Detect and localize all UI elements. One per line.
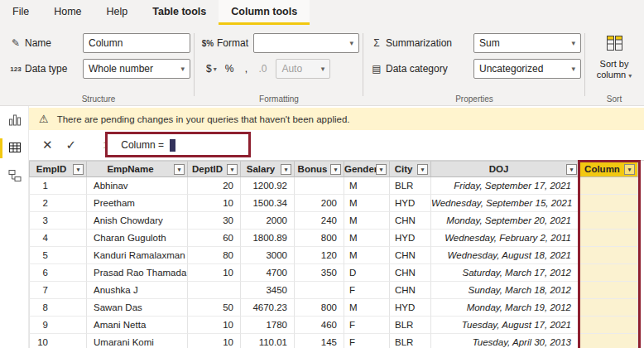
- table-cell[interactable]: M: [344, 212, 390, 230]
- table-cell[interactable]: Tuesday, August 17, 2021: [431, 317, 580, 334]
- table-cell[interactable]: 800: [295, 230, 344, 247]
- data-type-dropdown[interactable]: Whole number ▾: [83, 59, 190, 79]
- commit-formula-icon[interactable]: ✓: [66, 138, 77, 152]
- table-cell[interactable]: [580, 230, 638, 247]
- filter-dropdown-icon[interactable]: ▾: [566, 164, 577, 175]
- table-cell[interactable]: [580, 264, 638, 282]
- table-cell[interactable]: [295, 177, 344, 195]
- table-cell[interactable]: Kanduri Ramalaxman: [87, 247, 188, 264]
- table-cell[interactable]: CHN: [390, 264, 431, 282]
- table-cell[interactable]: Sunday, March 18, 2012: [431, 282, 580, 299]
- filter-dropdown-icon[interactable]: ▾: [330, 164, 341, 175]
- table-cell[interactable]: 1800.89: [241, 230, 295, 247]
- column-name-input[interactable]: Column: [83, 33, 190, 53]
- table-cell[interactable]: [580, 334, 638, 348]
- table-cell[interactable]: [580, 317, 638, 334]
- table-cell[interactable]: 10: [29, 334, 87, 348]
- table-cell[interactable]: 1200.92: [241, 177, 295, 195]
- formula-input[interactable]: Column =: [121, 139, 166, 151]
- table-cell[interactable]: 110.01: [241, 334, 295, 348]
- table-cell[interactable]: Charan Guguloth: [87, 230, 188, 247]
- table-cell[interactable]: 4700: [241, 264, 295, 282]
- table-cell[interactable]: 10: [188, 195, 241, 212]
- table-cell[interactable]: 7: [29, 282, 87, 299]
- table-cell[interactable]: 1500.34: [241, 195, 295, 212]
- table-cell[interactable]: HYD: [390, 299, 431, 317]
- table-cell[interactable]: [188, 282, 241, 299]
- table-cell[interactable]: Anushka J: [87, 282, 188, 299]
- tab-help[interactable]: Help: [94, 0, 141, 25]
- table-cell[interactable]: M: [344, 299, 390, 317]
- table-cell[interactable]: 3: [29, 212, 87, 230]
- table-cell[interactable]: HYD: [390, 195, 431, 212]
- table-cell[interactable]: BLR: [390, 177, 431, 195]
- table-cell[interactable]: BLR: [390, 317, 431, 334]
- table-cell[interactable]: [580, 299, 638, 317]
- table-cell[interactable]: Saturday, March 17, 2012: [431, 264, 580, 282]
- table-cell[interactable]: Monday, September 20, 2021: [431, 212, 580, 230]
- table-cell[interactable]: M: [344, 195, 390, 212]
- column-header-deptid[interactable]: DeptID▾: [188, 161, 241, 177]
- table-cell[interactable]: CHN: [390, 212, 431, 230]
- table-cell[interactable]: HYD: [390, 230, 431, 247]
- report-view-button[interactable]: [0, 106, 29, 134]
- column-header-city[interactable]: City▾: [390, 161, 431, 177]
- tab-file[interactable]: File: [0, 0, 41, 25]
- table-cell[interactable]: 800: [295, 299, 344, 317]
- thousands-separator-button[interactable]: ,: [238, 60, 254, 78]
- table-cell[interactable]: BLR: [390, 334, 431, 348]
- table-cell[interactable]: Sawan Das: [87, 299, 188, 317]
- table-cell[interactable]: 120: [295, 247, 344, 264]
- table-cell[interactable]: Anish Chowdary: [87, 212, 188, 230]
- filter-dropdown-icon[interactable]: ▾: [376, 164, 387, 175]
- table-cell[interactable]: 1: [29, 177, 87, 195]
- table-cell[interactable]: [295, 282, 344, 299]
- filter-dropdown-icon[interactable]: ▾: [417, 164, 428, 175]
- table-cell[interactable]: 6: [29, 264, 87, 282]
- column-header-bonus[interactable]: Bonus▾: [295, 161, 344, 177]
- table-cell[interactable]: 8: [29, 299, 87, 317]
- table-cell[interactable]: Wednesday, September 15, 2021: [431, 195, 580, 212]
- summarization-dropdown[interactable]: Sum ▾: [473, 33, 581, 53]
- table-cell[interactable]: 80: [188, 247, 241, 264]
- table-cell[interactable]: 350: [295, 264, 344, 282]
- table-cell[interactable]: Wednesday, August 18, 2021: [431, 247, 580, 264]
- table-cell[interactable]: 4670.23: [241, 299, 295, 317]
- filter-dropdown-icon[interactable]: ▾: [281, 164, 291, 175]
- data-category-dropdown[interactable]: Uncategorized ▾: [473, 59, 581, 79]
- table-cell[interactable]: Abhinav: [87, 177, 188, 195]
- percent-format-button[interactable]: %: [221, 60, 238, 78]
- currency-format-button[interactable]: $ ▾: [202, 60, 221, 78]
- column-header-empid[interactable]: EmpID▾: [29, 161, 87, 177]
- table-cell[interactable]: 460: [295, 317, 344, 334]
- table-cell[interactable]: Friday, September 17, 2021: [431, 177, 580, 195]
- table-cell[interactable]: [580, 212, 638, 230]
- table-cell[interactable]: Preetham: [87, 195, 188, 212]
- column-header-empname[interactable]: EmpName▾: [87, 161, 188, 177]
- table-cell[interactable]: 10: [188, 334, 241, 348]
- column-header-salary[interactable]: Salary▾: [241, 161, 295, 177]
- table-cell[interactable]: CHN: [390, 282, 431, 299]
- table-cell[interactable]: Wednesday, February 2, 2011: [431, 230, 580, 247]
- filter-dropdown-icon[interactable]: ▾: [174, 164, 185, 175]
- table-cell[interactable]: 240: [295, 212, 344, 230]
- format-dropdown[interactable]: ▾: [253, 33, 359, 53]
- table-cell[interactable]: 145: [295, 334, 344, 348]
- filter-dropdown-icon[interactable]: ▾: [73, 164, 84, 175]
- table-cell[interactable]: D: [344, 264, 390, 282]
- table-cell[interactable]: 9: [29, 317, 87, 334]
- tab-column-tools[interactable]: Column tools: [219, 0, 310, 25]
- table-cell[interactable]: Amani Netta: [87, 317, 188, 334]
- table-cell[interactable]: [580, 282, 638, 299]
- table-cell[interactable]: 30: [188, 212, 241, 230]
- table-cell[interactable]: Tuesday, April 30, 2013: [431, 334, 580, 348]
- table-cell[interactable]: CHN: [390, 247, 431, 264]
- tab-home[interactable]: Home: [41, 0, 94, 25]
- table-cell[interactable]: 1780: [241, 317, 295, 334]
- table-cell[interactable]: F: [344, 317, 390, 334]
- table-cell[interactable]: 5: [29, 247, 87, 264]
- filter-dropdown-icon[interactable]: ▾: [624, 164, 635, 175]
- table-cell[interactable]: F: [344, 282, 390, 299]
- table-cell[interactable]: 10: [188, 264, 241, 282]
- table-cell[interactable]: 2000: [241, 212, 295, 230]
